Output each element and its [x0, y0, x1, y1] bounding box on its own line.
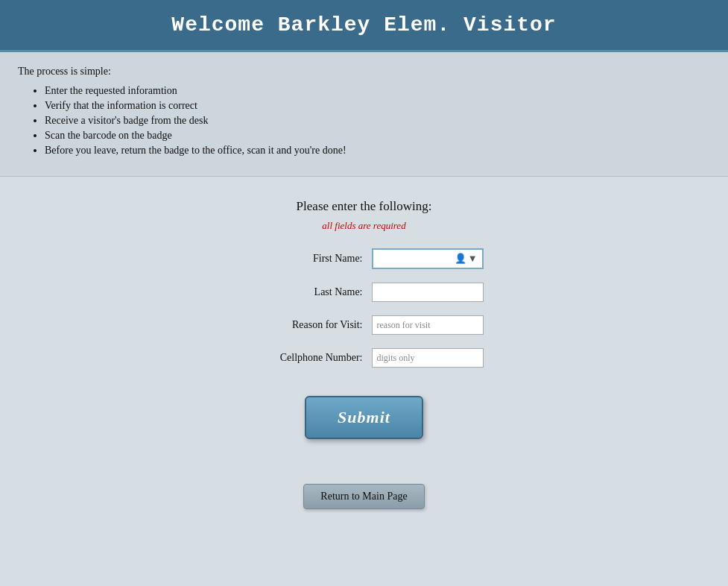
return-button[interactable]: Return to Main Page [303, 484, 424, 509]
list-item: Verify that the information is correct [45, 100, 710, 112]
intro-steps-list: Enter the requested inforamtionVerify th… [45, 85, 710, 157]
last-name-row: Last Name: [245, 283, 484, 302]
list-item: Before you leave, return the badge to th… [45, 145, 710, 157]
form-heading: Please enter the following: [0, 199, 728, 214]
list-item: Scan the barcode on the badge [45, 130, 710, 142]
last-name-input[interactable] [372, 283, 484, 302]
list-item: Receive a visitor's badge from the desk [45, 115, 710, 127]
required-note: all fields are required [0, 220, 728, 232]
page-title: Welcome Barkley Elem. Visitor [0, 13, 728, 37]
cellphone-input[interactable] [372, 348, 484, 368]
last-name-label: Last Name: [245, 286, 372, 298]
form-section: Please enter the following: all fields a… [0, 177, 728, 484]
list-item: Enter the requested inforamtion [45, 85, 710, 97]
first-name-row: First Name: 👤 ▼ [245, 248, 484, 269]
first-name-select[interactable] [372, 248, 484, 269]
page-header: Welcome Barkley Elem. Visitor [0, 0, 728, 52]
cellphone-label: Cellphone Number: [245, 352, 372, 364]
cellphone-row: Cellphone Number: [245, 348, 484, 368]
intro-section: The process is simple: Enter the request… [0, 52, 728, 177]
reason-row: Reason for Visit: [245, 315, 484, 335]
submit-button[interactable]: Submit [305, 396, 423, 439]
return-section: Return to Main Page [0, 484, 728, 539]
form-table: First Name: 👤 ▼ Last Name: Reason for Vi… [245, 248, 484, 381]
reason-input[interactable] [372, 315, 484, 335]
first-name-wrapper: 👤 ▼ [372, 248, 484, 269]
first-name-label: First Name: [245, 253, 372, 265]
reason-label: Reason for Visit: [245, 319, 372, 331]
intro-lead: The process is simple: [18, 66, 710, 78]
submit-section: Submit [0, 381, 728, 469]
